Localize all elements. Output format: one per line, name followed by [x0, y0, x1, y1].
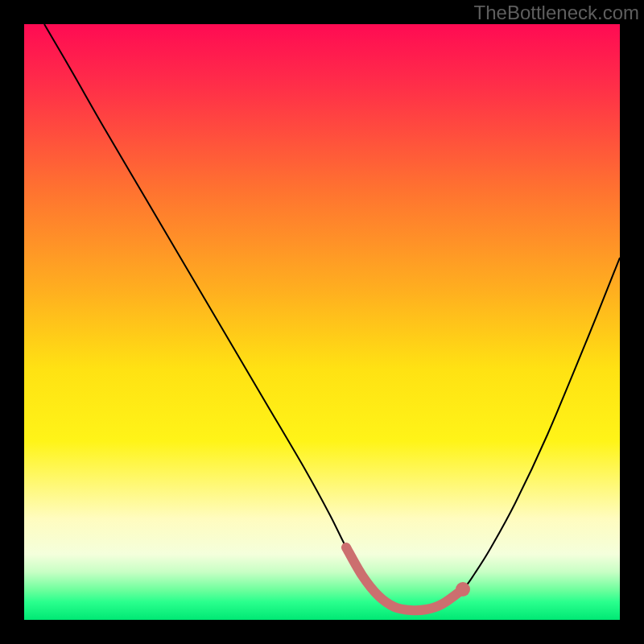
- bottleneck-curve: [44, 24, 620, 610]
- valley-dot: [456, 582, 470, 597]
- chart-frame: TheBottleneck.com: [0, 0, 644, 644]
- watermark-label: TheBottleneck.com: [474, 2, 639, 24]
- plot-area: [24, 24, 620, 620]
- curve-svg: [24, 24, 620, 620]
- valley-highlight: [346, 547, 463, 610]
